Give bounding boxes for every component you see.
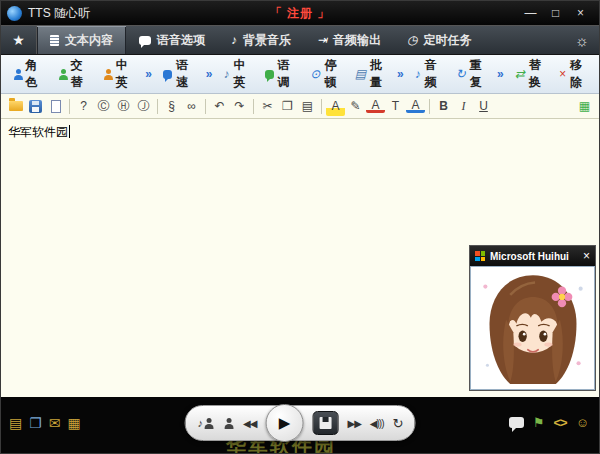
close-button[interactable]: × (568, 5, 593, 22)
cn-en-role-button[interactable]: 中英 (97, 55, 140, 93)
font-color-button[interactable]: A (366, 99, 385, 113)
batch-button[interactable]: ▤ 批量 (349, 55, 392, 93)
batch-list-icon: ▤ (355, 68, 366, 80)
tab-label: 定时任务 (424, 32, 472, 49)
audio-button[interactable]: ♪ 音频 (409, 55, 448, 93)
bottom-right-icons: ⚑ <> ☺ (509, 415, 589, 430)
avatar-panel-header[interactable]: Microsoft Huihui × (470, 246, 595, 266)
tab-label: 语音选项 (157, 32, 205, 49)
tab-scheduled-tasks[interactable]: ◷ 定时任务 (394, 26, 484, 54)
music-note-icon: ♪ (415, 68, 421, 80)
voice-avatar-panel: Microsoft Huihui × (469, 245, 596, 391)
underline-button[interactable]: U (474, 97, 493, 116)
play-button[interactable]: ▶ (265, 404, 303, 442)
role-button[interactable]: 角色 (7, 55, 50, 93)
save-file-button[interactable] (26, 97, 45, 116)
copy-pages-icon[interactable]: ❐ (29, 415, 42, 431)
code-icon[interactable]: <> (554, 415, 567, 430)
paperclip-icon[interactable]: § (162, 97, 181, 116)
divider (253, 99, 254, 114)
tab-background-music[interactable]: ♪ 背景音乐 (218, 26, 304, 54)
page-icon (51, 100, 61, 113)
clock-icon: ◷ (407, 34, 417, 46)
person-icon (223, 418, 234, 429)
separator-chevron: » (203, 67, 216, 81)
speech-bubble-icon (265, 70, 274, 79)
mail-icon[interactable]: ✉ (49, 415, 61, 431)
circled-j-icon[interactable]: Ⓙ (134, 97, 153, 116)
text-style-button[interactable]: T (386, 97, 405, 116)
help-button[interactable]: ? (74, 97, 93, 116)
repeat-button[interactable]: ↻ 重复 (450, 55, 492, 93)
italic-button[interactable]: I (454, 97, 473, 116)
music-note-icon: ♪ (223, 68, 229, 80)
speed-button[interactable]: 语速 (157, 55, 201, 93)
titlebar: TTS 随心听 「 注册 」 — □ × (1, 1, 599, 25)
save-audio-button[interactable] (312, 411, 338, 435)
volume-icon[interactable]: ◀))) (370, 418, 384, 429)
person-icon (13, 69, 22, 80)
copy-button[interactable]: ❐ (278, 97, 297, 116)
playback-controls: ♪ ◀◀ ▶ ▶▶ ◀))) ↻ (185, 405, 416, 441)
voice-role-button[interactable]: ♪ (198, 417, 215, 429)
bold-button[interactable]: B (434, 97, 453, 116)
divider (69, 99, 70, 114)
new-page-button[interactable] (46, 97, 65, 116)
remove-button[interactable]: × 移除 (553, 55, 593, 93)
editor-text: 华军软件园 (8, 125, 68, 139)
replay-button[interactable]: ↻ (393, 416, 403, 431)
redo-button[interactable]: ↷ (230, 97, 249, 116)
tab-voice-options[interactable]: 语音选项 (126, 26, 218, 54)
grid-view-button[interactable]: ▦ (575, 97, 594, 116)
format-toolbar: ? Ⓒ Ⓗ Ⓙ § ∞ ↶ ↷ ✂ ❐ ▤ A ✎ A T A B I U ▦ (1, 94, 599, 119)
pen-icon[interactable]: ✎ (346, 97, 365, 116)
open-file-button[interactable] (6, 97, 25, 116)
document-icon[interactable]: ▤ (9, 415, 22, 431)
tab-audio-output[interactable]: ⇥ 音频输出 (304, 26, 394, 54)
settings-gear-icon[interactable]: ☼ (565, 26, 599, 54)
pause-button[interactable]: ⊙ 停顿 (304, 55, 346, 93)
cn-en-voice-button[interactable]: ♪ 中英 (217, 55, 256, 93)
minimize-button[interactable]: — (518, 5, 543, 22)
window-title: TTS 随心听 (28, 5, 90, 22)
chat-bubble-icon[interactable] (509, 417, 524, 428)
pause-label: 停顿 (324, 57, 340, 91)
document-icon (50, 35, 59, 46)
persons-icon (58, 69, 67, 80)
text-caret (69, 125, 70, 138)
export-icon: ⇥ (317, 34, 327, 46)
flag-icon[interactable]: ⚑ (533, 415, 545, 430)
avatar-panel-title: Microsoft Huihui (490, 251, 578, 262)
app-window: TTS 随心听 「 注册 」 — □ × ★ 文本内容 语音选项 ♪ 背景音乐 … (0, 0, 600, 454)
circled-h-icon[interactable]: Ⓗ (114, 97, 133, 116)
highlight-button[interactable]: A (326, 97, 345, 116)
replace-label: 替换 (529, 57, 545, 91)
remove-label: 移除 (570, 57, 587, 91)
alternate-label: 交替 (71, 57, 90, 91)
circled-c-icon[interactable]: Ⓒ (94, 97, 113, 116)
alternate-button[interactable]: 交替 (52, 55, 95, 93)
smiley-icon[interactable]: ☺ (576, 415, 589, 430)
tone-button[interactable]: 语调 (259, 55, 303, 93)
notebook-icon[interactable]: ▦ (68, 415, 81, 431)
replace-button[interactable]: ⇄ 替换 (509, 55, 551, 93)
rewind-button[interactable]: ◀◀ (243, 418, 256, 429)
bottom-bar: 华军软件园 ▤ ❐ ✉ ▦ ♪ ◀◀ ▶ ▶▶ ◀))) ↻ (1, 397, 599, 453)
speed-label: 语速 (176, 57, 195, 91)
microsoft-logo-icon (475, 251, 485, 261)
folder-icon (9, 101, 23, 111)
maximize-button[interactable]: □ (543, 5, 568, 22)
audio-label: 音频 (425, 57, 442, 91)
avatar-close-button[interactable]: × (583, 249, 590, 263)
separator-chevron: » (142, 67, 155, 81)
link-icon[interactable]: ∞ (182, 97, 201, 116)
speaker-person-button[interactable] (223, 418, 234, 429)
tab-text-content[interactable]: 文本内容 (37, 26, 126, 54)
paste-button[interactable]: ▤ (298, 97, 317, 116)
undo-button[interactable]: ↶ (210, 97, 229, 116)
cut-button[interactable]: ✂ (258, 97, 277, 116)
font-fill-button[interactable]: A (406, 99, 425, 113)
forward-button[interactable]: ▶▶ (347, 418, 360, 429)
register-link[interactable]: 「 注册 」 (270, 5, 331, 22)
favorite-star-icon[interactable]: ★ (1, 26, 37, 54)
